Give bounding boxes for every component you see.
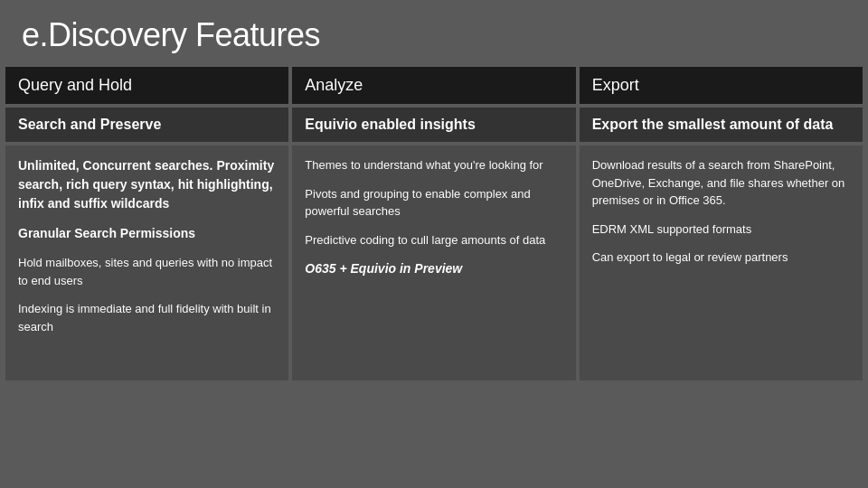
- header-analyze: Analyze: [292, 67, 575, 104]
- content-item: EDRM XML supported formats: [592, 221, 850, 239]
- content-item: Indexing is immediate and full fidelity …: [18, 300, 276, 335]
- content-item: Themes to understand what you're looking…: [305, 156, 562, 174]
- content-analyze: Themes to understand what you're looking…: [292, 145, 575, 380]
- content-item: Download results of a search from ShareP…: [592, 156, 850, 210]
- page-title: e.Discovery Features: [0, 0, 868, 67]
- header-export: Export: [580, 67, 863, 104]
- content-item: Hold mailboxes, sites and queries with n…: [18, 254, 276, 289]
- grid-container: Query and Hold Analyze Export Search and…: [0, 67, 868, 386]
- subheader-search-preserve: Search and Preserve: [5, 108, 288, 142]
- subheader-equivio: Equivio enabled insights: [292, 108, 575, 142]
- content-item: Granular Search Permissions: [18, 224, 276, 243]
- subheader-export-data: Export the smallest amount of data: [580, 108, 863, 142]
- header-query-hold: Query and Hold: [5, 67, 288, 104]
- content-item: Predictive coding to cull large amounts …: [305, 231, 562, 249]
- content-item: Pivots and grouping to enable complex an…: [305, 185, 562, 221]
- content-export: Download results of a search from ShareP…: [580, 145, 863, 380]
- content-query-hold: Unlimited, Concurrent searches. Proximit…: [5, 145, 288, 380]
- content-item: Can export to legal or review partners: [592, 249, 850, 267]
- content-item-preview: O635 + Equivio in Preview: [305, 259, 562, 278]
- content-item: Unlimited, Concurrent searches. Proximit…: [18, 156, 276, 213]
